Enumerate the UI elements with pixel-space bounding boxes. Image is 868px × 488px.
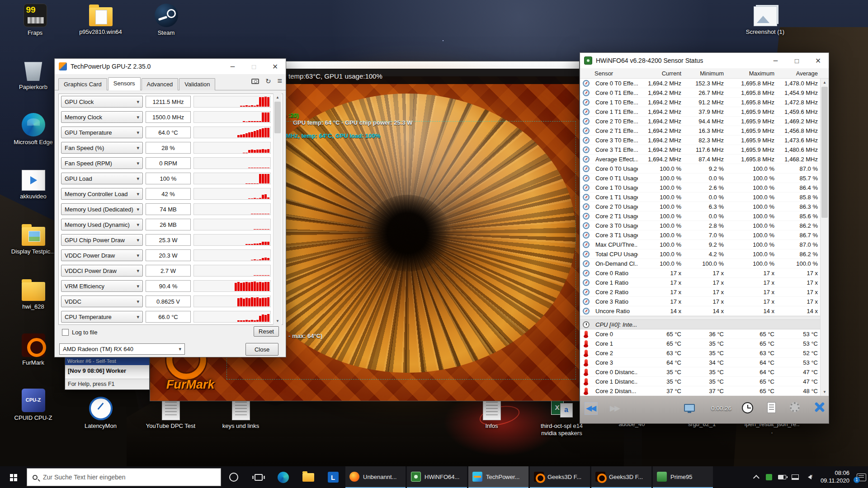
sensor-row[interactable]: Core 0 Ratio 17 x 17 x 17 x 17 x bbox=[580, 268, 829, 278]
desktop-icon[interactable]: FurMark bbox=[5, 333, 61, 385]
sensor-row[interactable]: Core 2 Ratio 17 x 17 x 17 x 17 x bbox=[580, 287, 829, 297]
prime95-window[interactable]: Worker #6 - Self-Test [Nov 9 08:06] Work… bbox=[65, 357, 150, 390]
reset-button[interactable]: Reset bbox=[254, 326, 279, 337]
gpuz-titlebar[interactable]: TechPowerUp GPU-Z 2.35.0 bbox=[55, 59, 286, 74]
report-icon[interactable] bbox=[767, 402, 776, 413]
refresh-icon[interactable] bbox=[265, 77, 271, 85]
sensor-row[interactable]: Core 2 T0 Effe... 1,694.2 MHz 94.4 MHz 1… bbox=[580, 117, 829, 126]
desktop-icon[interactable]: keys und links bbox=[212, 397, 269, 436]
taskbar-app-button[interactable]: HWiNFO64... bbox=[407, 466, 467, 488]
desktop-icon[interactable]: CPUID CPU-Z bbox=[5, 389, 61, 440]
sensor-select[interactable]: Memory Used (Dynamic) bbox=[61, 219, 143, 230]
sensor-select[interactable]: CPU Temperature bbox=[61, 311, 143, 323]
desktop-icon[interactable]: hwi_628 bbox=[5, 278, 61, 329]
gpuz-scrollbar[interactable] bbox=[273, 94, 282, 325]
gpuz-tab[interactable]: Validation bbox=[179, 78, 215, 90]
sensor-row[interactable]: Core 1 T1 Usage 100.0 % 0.0 % 100.0 % 85… bbox=[580, 192, 829, 202]
sensor-select[interactable]: Fan Speed (RPM) bbox=[61, 157, 143, 169]
sensor-select[interactable]: VDDC bbox=[61, 296, 143, 307]
sensor-row[interactable]: Average Effect... 1,694.2 MHz 87.4 MHz 1… bbox=[580, 155, 829, 164]
sensor-row[interactable]: CPU [#0]: Inte... bbox=[580, 320, 829, 329]
desktop-icon[interactable]: p95v2810.win64 bbox=[72, 4, 129, 37]
taskbar-clock[interactable]: 08:06 09.11.2020 bbox=[821, 469, 849, 485]
gpuz-tab[interactable]: Sensors bbox=[108, 77, 141, 90]
taskbar-app-button[interactable]: Geeks3D F... bbox=[591, 466, 651, 488]
sensor-row[interactable]: Core 2 63 °C 35 °C 63 °C 52 °C bbox=[580, 348, 829, 358]
sensor-row[interactable]: On-Demand Cl... 100.0 % 100.0 % 100.0 % … bbox=[580, 259, 829, 268]
taskbar-app-button[interactable]: Prime95 bbox=[653, 466, 713, 488]
hwinfo-titlebar[interactable]: HWiNFO64 v6.28-4200 Sensor Status bbox=[580, 53, 829, 68]
sensor-row[interactable]: Core 1 Distanc... 35 °C 35 °C 65 °C 47 °… bbox=[580, 377, 829, 386]
sensor-row[interactable]: Core 3 T1 Effe... 1,694.2 MHz 117.6 MHz … bbox=[580, 145, 829, 155]
sensor-row[interactable]: Core 0 65 °C 36 °C 65 °C 53 °C bbox=[580, 329, 829, 339]
scroll-down-icon[interactable] bbox=[274, 317, 282, 325]
column-current[interactable]: Current bbox=[638, 70, 681, 77]
sensor-row[interactable]: Core 3 64 °C 34 °C 64 °C 53 °C bbox=[580, 358, 829, 367]
desktop-icon[interactable]: LatencyMon bbox=[72, 397, 129, 436]
sensor-select[interactable]: Memory Used (Dedicated) bbox=[61, 203, 143, 215]
sensor-row[interactable]: Core 0 T1 Usage 100.0 % 0.0 % 100.0 % 85… bbox=[580, 174, 829, 183]
cortana-button[interactable] bbox=[221, 466, 246, 488]
desktop-icon[interactable]: akkuvideo bbox=[5, 168, 61, 219]
column-minimum[interactable]: Minimum bbox=[681, 70, 724, 77]
desktop-icon[interactable]: Papierkorb bbox=[5, 58, 61, 109]
sensor-row[interactable]: Core 0 T0 Usage 100.0 % 9.2 % 100.0 % 87… bbox=[580, 164, 829, 174]
gpuz-tab[interactable]: Graphics Card bbox=[58, 78, 107, 90]
sensor-select[interactable]: GPU Clock bbox=[61, 96, 143, 108]
start-button[interactable] bbox=[0, 466, 27, 488]
screenshot-icon[interactable] bbox=[251, 79, 259, 84]
hwinfo-window[interactable]: HWiNFO64 v6.28-4200 Sensor Status Sensor… bbox=[580, 52, 829, 424]
minimize-button[interactable] bbox=[765, 53, 786, 68]
column-sensor[interactable]: Sensor bbox=[594, 70, 638, 77]
monitor-icon[interactable] bbox=[684, 404, 695, 412]
scroll-thumb[interactable] bbox=[274, 102, 281, 133]
checkbox-icon[interactable] bbox=[62, 329, 69, 336]
scroll-down-icon[interactable] bbox=[821, 388, 829, 396]
desktop-icon[interactable]: Fraps bbox=[7, 4, 63, 37]
scroll-thumb[interactable] bbox=[821, 87, 828, 218]
clock-icon[interactable] bbox=[742, 402, 753, 413]
sensor-select[interactable]: GPU Load bbox=[61, 173, 143, 184]
taskbar-app-button[interactable]: Geeks3D F... bbox=[530, 466, 590, 488]
close-sensors-icon[interactable] bbox=[813, 401, 825, 413]
close-button[interactable] bbox=[264, 59, 286, 74]
taskbar-app-button[interactable]: Unbenannt... bbox=[345, 466, 406, 488]
tray-expand-button[interactable] bbox=[752, 466, 763, 488]
sensor-select[interactable]: VDDC Power Draw bbox=[61, 249, 143, 261]
prime95-titlebar[interactable]: Worker #6 - Self-Test bbox=[65, 357, 149, 365]
sensor-row[interactable]: Core 1 65 °C 35 °C 65 °C 53 °C bbox=[580, 339, 829, 348]
desktop-icon[interactable]: Infos bbox=[463, 397, 520, 436]
close-button[interactable] bbox=[807, 53, 829, 68]
maximize-button[interactable] bbox=[786, 53, 807, 68]
desktop-icon[interactable]: YouTube DPC Test bbox=[142, 397, 199, 436]
edge-taskbar-button[interactable] bbox=[271, 466, 296, 488]
tray-hwinfo-button[interactable] bbox=[763, 466, 776, 488]
sensor-row[interactable]: Core 3 T0 Usage 100.0 % 2.8 % 100.0 % 86… bbox=[580, 221, 829, 230]
minimize-button[interactable] bbox=[222, 59, 243, 74]
sensor-row[interactable]: Core 1 T0 Effe... 1,694.2 MHz 91.2 MHz 1… bbox=[580, 98, 829, 107]
sensor-row[interactable]: Core 0 T1 Effe... 1,694.2 MHz 26.7 MHz 1… bbox=[580, 88, 829, 98]
close-button-bottom[interactable]: Close bbox=[245, 343, 278, 356]
volume-button[interactable] bbox=[802, 466, 815, 488]
sensor-row[interactable]: Core 3 T1 Usage 100.0 % 7.0 % 100.0 % 86… bbox=[580, 230, 829, 240]
log-to-file-checkbox[interactable]: Log to file bbox=[62, 329, 97, 336]
sensor-select[interactable]: Memory Controller Load bbox=[61, 188, 143, 200]
desktop-icon[interactable]: Display Testpic... bbox=[5, 223, 61, 274]
sensor-select[interactable]: VRM Efficiency bbox=[61, 280, 143, 292]
network-button[interactable] bbox=[789, 466, 802, 488]
sensor-select[interactable]: GPU Chip Power Draw bbox=[61, 234, 143, 246]
column-maximum[interactable]: Maximum bbox=[724, 70, 774, 77]
sensor-row[interactable]: Total CPU Usage 100.0 % 4.2 % 100.0 % 86… bbox=[580, 249, 829, 259]
device-select[interactable]: AMD Radeon (TM) RX 640 bbox=[59, 343, 185, 355]
sensor-row[interactable]: Uncore Ratio 14 x 14 x 14 x 14 x bbox=[580, 306, 829, 316]
desktop-icon[interactable]: Screenshot (1) bbox=[737, 4, 793, 36]
taskbar-app-button[interactable]: TechPower... bbox=[468, 466, 528, 488]
task-view-button[interactable] bbox=[246, 466, 271, 488]
column-average[interactable]: Average bbox=[774, 70, 818, 77]
sensor-row[interactable]: Core 1 Ratio 17 x 17 x 17 x 17 x bbox=[580, 278, 829, 287]
latencymon-taskbar-button[interactable] bbox=[321, 466, 345, 488]
sensor-row[interactable]: Core 3 Ratio 17 x 17 x 17 x 17 x bbox=[580, 297, 829, 306]
move-up-arrows-button[interactable] bbox=[585, 402, 598, 415]
gpuz-tab[interactable]: Advanced bbox=[142, 78, 179, 90]
sensor-row[interactable]: Core 1 T0 Usage 100.0 % 2.6 % 100.0 % 86… bbox=[580, 183, 829, 192]
